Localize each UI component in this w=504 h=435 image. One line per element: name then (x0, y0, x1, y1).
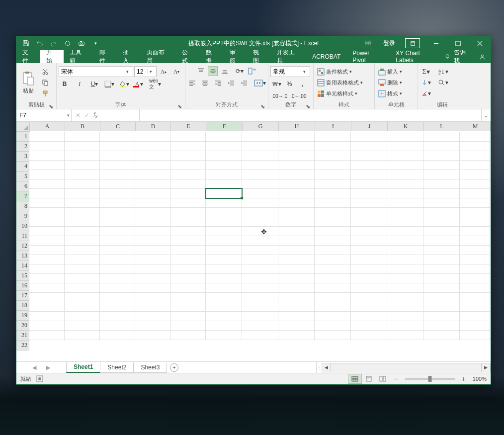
cell[interactable] (100, 132, 135, 142)
cell[interactable] (351, 160, 387, 170)
cell[interactable] (315, 292, 351, 302)
cell[interactable] (100, 245, 135, 255)
cell[interactable] (460, 188, 490, 198)
cell[interactable] (315, 179, 351, 189)
cell[interactable] (423, 226, 460, 236)
cell[interactable] (29, 330, 65, 340)
cell[interactable] (206, 132, 242, 142)
hscroll-right-icon[interactable]: ▶ (481, 363, 491, 372)
cell[interactable] (351, 292, 387, 302)
column-header[interactable]: H (279, 122, 315, 131)
format-cells-button[interactable]: 格式▾ (377, 88, 416, 98)
align-right-icon[interactable] (212, 78, 224, 88)
cell[interactable] (135, 151, 170, 161)
cell[interactable] (135, 255, 170, 264)
cell[interactable] (278, 302, 315, 312)
cell[interactable] (460, 198, 490, 208)
cell[interactable] (423, 179, 460, 189)
expand-formula-bar-icon[interactable]: ⌄ (481, 109, 491, 121)
orientation-icon[interactable]: ⟳▾ (234, 66, 246, 76)
column-header[interactable]: K (388, 122, 424, 131)
tab-review[interactable]: 审阅 (224, 50, 248, 63)
qat-customize-icon[interactable]: ▾ (91, 39, 100, 48)
delete-cells-button[interactable]: 删除▾ (377, 78, 416, 87)
cell[interactable] (387, 330, 423, 340)
cell[interactable] (135, 207, 170, 217)
cell[interactable] (278, 283, 315, 293)
tab-powerpivot[interactable]: Power Pivot (346, 50, 390, 63)
cell[interactable] (170, 321, 206, 331)
ribbon-display-options-icon[interactable] (405, 38, 420, 48)
page-break-view-icon[interactable] (376, 374, 390, 384)
cell[interactable] (135, 160, 170, 170)
cell[interactable] (65, 207, 100, 217)
tell-me-link[interactable]: 告诉我 (454, 48, 471, 65)
cell[interactable] (65, 245, 100, 255)
decrease-font-icon[interactable]: A▾ (170, 67, 182, 77)
cell[interactable] (29, 273, 65, 283)
cell[interactable] (351, 170, 387, 179)
cell[interactable] (387, 141, 423, 151)
cell[interactable] (29, 141, 65, 151)
column-header[interactable]: J (351, 122, 388, 131)
cell[interactable] (278, 151, 315, 161)
cell[interactable] (387, 198, 423, 208)
cell[interactable] (100, 283, 135, 293)
cell[interactable] (29, 132, 65, 142)
italic-icon[interactable]: I (74, 79, 85, 89)
cell[interactable] (29, 292, 65, 302)
row-header[interactable]: 22 (16, 341, 29, 350)
cell[interactable] (206, 330, 242, 340)
format-painter-icon[interactable] (39, 88, 51, 98)
cell[interactable] (29, 170, 65, 179)
cell[interactable] (278, 264, 315, 274)
camera-icon[interactable] (77, 39, 86, 48)
cell[interactable] (278, 170, 315, 179)
cell[interactable] (135, 311, 170, 321)
cell[interactable] (65, 321, 100, 331)
cell[interactable] (242, 236, 278, 246)
cell[interactable] (387, 283, 423, 293)
cell[interactable] (387, 311, 423, 321)
cell[interactable] (135, 330, 170, 340)
cell[interactable] (65, 132, 100, 142)
cell[interactable] (206, 226, 242, 236)
cell[interactable] (242, 302, 278, 312)
decrease-indent-icon[interactable] (225, 78, 237, 88)
column-header[interactable]: G (243, 122, 279, 131)
cell[interactable] (351, 226, 387, 236)
cell[interactable] (170, 188, 206, 198)
cell[interactable] (65, 188, 100, 198)
tab-mail[interactable]: 邮件 (93, 50, 117, 63)
row-header[interactable]: 2 (16, 142, 29, 152)
cell[interactable] (278, 141, 315, 151)
cell[interactable] (315, 207, 351, 217)
cell[interactable] (387, 170, 423, 179)
cell[interactable] (29, 198, 65, 208)
cell-style-button[interactable]: 单元格样式▾ (316, 88, 372, 98)
tab-file[interactable]: 文件 (16, 50, 40, 63)
cell[interactable] (423, 170, 460, 179)
cell[interactable] (387, 302, 423, 312)
cell[interactable] (387, 160, 423, 170)
cell[interactable] (351, 198, 387, 208)
cell[interactable] (423, 151, 460, 161)
cell[interactable] (242, 245, 278, 255)
cell[interactable] (135, 283, 170, 293)
maximize-button[interactable] (447, 36, 469, 50)
sheet-tab-1[interactable]: Sheet1 (66, 362, 100, 373)
close-button[interactable] (469, 36, 491, 50)
circle-icon[interactable] (63, 39, 72, 48)
cell[interactable] (351, 311, 387, 321)
cell[interactable] (135, 302, 170, 312)
cell[interactable] (242, 311, 278, 321)
decrease-decimal-icon[interactable]: .0→.00 (289, 91, 307, 101)
cell[interactable] (29, 151, 65, 161)
cell[interactable] (100, 255, 135, 264)
cell[interactable] (242, 179, 278, 189)
cell[interactable] (29, 207, 65, 217)
cell[interactable] (315, 132, 351, 142)
cell[interactable] (170, 226, 206, 236)
cell[interactable] (315, 170, 351, 179)
cell[interactable] (100, 302, 135, 312)
